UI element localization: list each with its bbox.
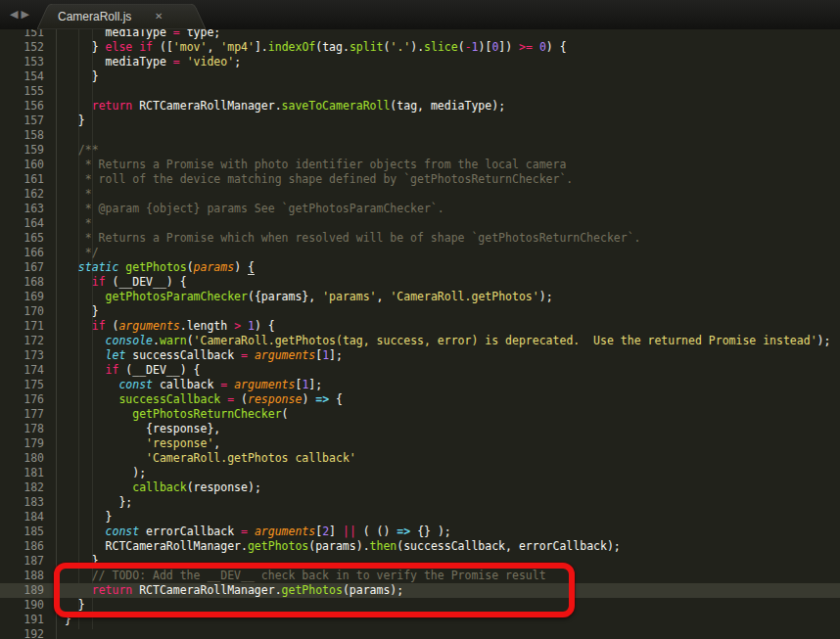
code-text: return RCTCameraRollManager.saveToCamera… <box>44 99 505 114</box>
code-line[interactable]: 182 callback(response); <box>0 480 840 495</box>
code-line[interactable]: 172 console.warn('CameraRoll.getPhotos(t… <box>0 334 840 348</box>
code-line[interactable]: 180 'CameraRoll.getPhotos callback' <box>0 451 840 466</box>
line-number: 163 <box>0 202 44 216</box>
code-text: callback(response); <box>44 480 261 495</box>
code-text: } <box>44 69 99 84</box>
code-line[interactable]: 177 getPhotosReturnChecker( <box>0 407 840 422</box>
code-text: 'CameraRoll.getPhotos callback' <box>44 451 356 466</box>
code-line[interactable]: 187 } <box>0 554 840 569</box>
line-number: 170 <box>0 304 44 319</box>
line-number: 188 <box>0 569 44 583</box>
code-line[interactable]: 192 <box>0 627 840 639</box>
code-text: let successCallback = arguments[1]; <box>44 348 343 363</box>
code-line[interactable]: 173 let successCallback = arguments[1]; <box>0 348 840 363</box>
line-number: 175 <box>0 378 44 392</box>
code-text: successCallback = (response) => { <box>44 392 343 407</box>
line-number: 151 <box>0 29 44 40</box>
code-text: console.warn('CameraRoll.getPhotos(tag, … <box>44 334 830 348</box>
line-number: 152 <box>0 40 44 55</box>
line-number: 180 <box>0 451 44 466</box>
code-line[interactable]: 161 * roll of the device matching shape … <box>0 172 840 187</box>
code-line[interactable]: 155 <box>0 84 840 99</box>
code-line[interactable]: 160 * Returns a Promise with photo ident… <box>0 158 840 172</box>
code-line[interactable]: 174 if (__DEV__) { <box>0 363 840 378</box>
code-text: getPhotosParamChecker({params}, 'params'… <box>44 290 553 304</box>
code-text: */ <box>44 246 99 260</box>
code-line[interactable]: 153 mediaType = 'video'; <box>0 55 840 69</box>
code-text: return RCTCameraRollManager.getPhotos(pa… <box>44 583 403 598</box>
code-line[interactable]: 168 if (__DEV__) { <box>0 275 840 290</box>
line-number: 186 <box>0 539 44 554</box>
line-number: 164 <box>0 216 44 231</box>
code-line[interactable]: 154 } <box>0 69 840 84</box>
code-line[interactable]: 184 } <box>0 510 840 525</box>
tab-title: CameraRoll.js <box>58 4 131 29</box>
code-line[interactable]: 158 <box>0 128 840 143</box>
line-number: 172 <box>0 334 44 348</box>
code-text <box>44 627 65 639</box>
code-line[interactable]: 156 return RCTCameraRollManager.saveToCa… <box>0 99 840 114</box>
code-text: } <box>44 114 85 128</box>
line-number: 160 <box>0 158 44 172</box>
code-text: } <box>44 304 99 319</box>
code-line[interactable]: 159 /** <box>0 143 840 158</box>
line-number: 178 <box>0 422 44 436</box>
code-line[interactable]: 175 const callback = arguments[1]; <box>0 378 840 392</box>
code-text: const callback = arguments[1]; <box>44 378 322 392</box>
line-number: 155 <box>0 84 44 99</box>
code-line[interactable]: 151 mediaType = type; <box>0 29 840 40</box>
line-number: 165 <box>0 231 44 246</box>
forward-icon[interactable]: ▶ <box>21 0 28 29</box>
code-line[interactable]: 167 static getPhotos(params) { <box>0 260 840 275</box>
code-text: } <box>44 510 112 525</box>
code-line[interactable]: 186 RCTCameraRollManager.getPhotos(param… <box>0 539 840 554</box>
code-text: }; <box>44 495 132 510</box>
back-icon[interactable]: ◀ <box>10 0 18 29</box>
line-number: 154 <box>0 69 44 84</box>
line-number: 184 <box>0 510 44 525</box>
line-number: 176 <box>0 392 44 407</box>
code-line[interactable]: 178 {response}, <box>0 422 840 436</box>
code-line[interactable]: 165 * Returns a Promise which when resol… <box>0 231 840 246</box>
line-number: 159 <box>0 143 44 158</box>
line-number: 181 <box>0 466 44 480</box>
code-line[interactable]: 170 } <box>0 304 840 319</box>
code-text: {response}, <box>44 422 220 436</box>
line-number: 174 <box>0 363 44 378</box>
code-line[interactable]: 190 } <box>0 598 840 613</box>
code-line[interactable]: 176 successCallback = (response) => { <box>0 392 840 407</box>
line-number: 161 <box>0 172 44 187</box>
line-number: 190 <box>0 598 44 613</box>
code-line[interactable]: 166 */ <box>0 246 840 260</box>
code-line[interactable]: 181 ); <box>0 466 840 480</box>
line-number: 177 <box>0 407 44 422</box>
code-line[interactable]: 163 * @param {object} params See `getPho… <box>0 202 840 216</box>
code-line[interactable]: 185 const errorCallback = arguments[2] |… <box>0 525 840 539</box>
code-line[interactable]: 179 'response', <box>0 436 840 451</box>
code-line[interactable]: 171 if (arguments.length > 1) { <box>0 319 840 334</box>
line-number: 156 <box>0 99 44 114</box>
close-icon[interactable]: ✕ <box>155 4 163 29</box>
code-line[interactable]: 157 } <box>0 114 840 128</box>
code-line[interactable]: 191} <box>0 613 840 627</box>
code-line[interactable]: 169 getPhotosParamChecker({params}, 'par… <box>0 290 840 304</box>
line-number: 182 <box>0 480 44 495</box>
code-text: mediaType = type; <box>44 29 220 40</box>
code-line[interactable]: 183 }; <box>0 495 840 510</box>
code-text: mediaType = 'video'; <box>44 55 241 69</box>
code-line[interactable]: 162 * <box>0 187 840 202</box>
tab-cameraroll-js[interactable]: CameraRoll.js ✕ <box>37 4 206 29</box>
code-text: getPhotosReturnChecker( <box>44 407 289 422</box>
line-number: 189 <box>0 583 44 598</box>
code-line[interactable]: 164 * <box>0 216 840 231</box>
code-text: if (arguments.length > 1) { <box>44 319 275 334</box>
editor-window: ◀ ▶ CameraRoll.js ✕ 151 mediaType = type… <box>0 0 840 639</box>
code-line[interactable]: 188 // TODO: Add the __DEV__ check back … <box>0 569 840 583</box>
code-text: if (__DEV__) { <box>44 363 201 378</box>
code-line[interactable]: 152 } else if (['mov', 'mp4'].indexOf(ta… <box>0 40 840 55</box>
line-number: 185 <box>0 525 44 539</box>
code-line[interactable]: 189 return RCTCameraRollManager.getPhoto… <box>0 583 840 598</box>
code-text: * <box>44 216 92 231</box>
code-editor[interactable]: 151 mediaType = type;152 } else if (['mo… <box>0 29 840 639</box>
line-number: 173 <box>0 348 44 363</box>
